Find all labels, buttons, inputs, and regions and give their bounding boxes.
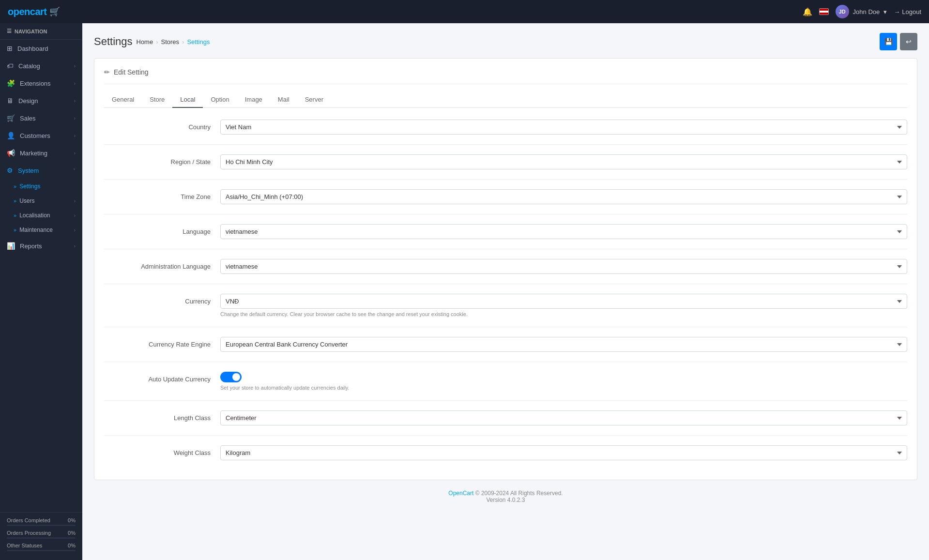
chevron-right-icon: › — [74, 98, 76, 104]
sidebar-item-label: Reports — [20, 242, 42, 250]
tab-image[interactable]: Image — [237, 92, 270, 108]
tab-option[interactable]: Option — [203, 92, 237, 108]
sidebar-item-reports[interactable]: 📊 Reports › — [0, 237, 82, 255]
form-row-timezone: Time Zone Asia/Ho_Chi_Minh (+07:00) — [104, 189, 907, 214]
weight-class-label: Weight Class — [104, 445, 220, 456]
breadcrumb-sep: › — [182, 38, 184, 45]
length-class-control: Centimeter — [220, 410, 907, 425]
country-control: Viet Nam — [220, 120, 907, 135]
notifications-icon[interactable]: 🔔 — [803, 7, 812, 16]
sidebar-item-dashboard[interactable]: ⊞ Dashboard — [0, 40, 82, 57]
sidebar-item-label: Sales — [20, 115, 36, 122]
sidebar-item-label: Extensions — [20, 80, 51, 87]
back-button[interactable]: ↩ — [900, 33, 917, 50]
tab-local[interactable]: Local — [172, 92, 203, 108]
currency-rate-engine-select[interactable]: European Central Bank Currency Converter — [220, 337, 907, 352]
chevron-right-icon: › — [74, 81, 76, 86]
sidebar-item-design[interactable]: 🖥 Design › — [0, 92, 82, 109]
logo-text: opencart — [8, 6, 46, 17]
stat-label: Orders Completed — [7, 517, 50, 523]
tab-mail[interactable]: Mail — [270, 92, 297, 108]
region-select[interactable]: Ho Chi Minh City — [220, 154, 907, 169]
chevron-right-icon: › — [74, 198, 76, 204]
extensions-icon: 🧩 — [7, 79, 15, 87]
sidebar-subitem-maintenance[interactable]: » Maintenance › — [0, 223, 82, 237]
sidebar-subitem-localisation[interactable]: » Localisation › — [0, 208, 82, 223]
stat-label: Orders Processing — [7, 530, 51, 536]
sidebar-item-customers[interactable]: 👤 Customers › — [0, 127, 82, 144]
breadcrumb-current: Settings — [187, 38, 210, 45]
sidebar-subitem-users[interactable]: » Users › — [0, 194, 82, 208]
sidebar-item-catalog[interactable]: 🏷 Catalog › — [0, 57, 82, 75]
toggle-thumb — [232, 373, 240, 381]
card-header: ✏ Edit Setting — [104, 68, 907, 84]
footer-brand-link[interactable]: OpenCart — [448, 490, 473, 497]
logout-label: Logout — [902, 8, 921, 15]
tab-store[interactable]: Store — [142, 92, 172, 108]
auto-update-currency-toggle[interactable] — [220, 372, 242, 382]
stat-bar-bg — [7, 525, 76, 526]
stat-value: 0% — [68, 517, 76, 523]
chevron-right-icon: › — [74, 243, 76, 249]
card-header-label: Edit Setting — [114, 68, 149, 76]
auto-update-currency-label: Auto Update Currency — [104, 372, 220, 383]
toggle-wrap — [220, 372, 907, 382]
region-label: Region / State — [104, 154, 220, 166]
chevron-right-icon: › — [74, 213, 76, 218]
language-select[interactable]: vietnamese — [220, 224, 907, 239]
form-row-auto-update-currency: Auto Update Currency Set your store to a… — [104, 372, 907, 401]
sidebar-item-sales[interactable]: 🛒 Sales › — [0, 109, 82, 127]
sidebar-item-extensions[interactable]: 🧩 Extensions › — [0, 75, 82, 92]
currency-rate-engine-label: Currency Rate Engine — [104, 337, 220, 348]
tab-server[interactable]: Server — [297, 92, 331, 108]
stat-value: 0% — [68, 543, 76, 548]
stat-label: Other Statuses — [7, 543, 42, 548]
region-control: Ho Chi Minh City — [220, 154, 907, 169]
page-footer: OpenCart © 2009-2024 All Rights Reserved… — [94, 480, 917, 513]
save-button[interactable]: 💾 — [880, 33, 897, 50]
chevron-right-icon: › — [74, 116, 76, 121]
logo[interactable]: opencart 🛒 — [8, 6, 60, 17]
sidebar-item-label: Design — [18, 97, 38, 105]
logo-cart-icon: 🛒 — [49, 6, 60, 17]
tab-general[interactable]: General — [104, 92, 142, 108]
country-select[interactable]: Viet Nam — [220, 120, 907, 135]
settings-form: Country Viet Nam Region / State Ho Chi M… — [104, 120, 907, 470]
stat-bar-bg — [7, 550, 76, 551]
currency-label: Currency — [104, 294, 220, 305]
sidebar-item-system[interactable]: ⚙ System ˅ — [0, 162, 82, 179]
chevron-right-icon: › — [74, 151, 76, 156]
form-row-admin-language: Administration Language vietnamese — [104, 259, 907, 284]
weight-class-select[interactable]: Kilogram — [220, 445, 907, 460]
top-header: opencart 🛒 🔔 JD John Doe ▾ → Logout — [0, 0, 929, 23]
logout-button[interactable]: → Logout — [894, 8, 921, 15]
breadcrumb-home[interactable]: Home — [137, 38, 153, 45]
timezone-select[interactable]: Asia/Ho_Chi_Minh (+07:00) — [220, 189, 907, 204]
admin-language-select[interactable]: vietnamese — [220, 259, 907, 274]
admin-language-control: vietnamese — [220, 259, 907, 274]
timezone-control: Asia/Ho_Chi_Minh (+07:00) — [220, 189, 907, 204]
sidebar-item-label: System — [18, 167, 39, 174]
sidebar-item-marketing[interactable]: 📢 Marketing › — [0, 144, 82, 162]
sidebar-item-label: Marketing — [20, 150, 47, 157]
pencil-icon: ✏ — [104, 68, 110, 76]
sidebar-subitem-settings[interactable]: » Settings — [0, 179, 82, 194]
settings-tabs: General Store Local Option Image Mail Se… — [104, 92, 907, 108]
length-class-select[interactable]: Centimeter — [220, 410, 907, 425]
page-title-area: Settings Home › Stores › Settings — [94, 35, 210, 48]
auto-update-currency-control: Set your store to automatically update c… — [220, 372, 907, 391]
header-right: 🔔 JD John Doe ▾ → Logout — [803, 5, 921, 18]
page-header: Settings Home › Stores › Settings 💾 ↩ — [94, 33, 917, 50]
user-section[interactable]: JD John Doe ▾ — [836, 5, 887, 18]
main-content: Settings Home › Stores › Settings 💾 ↩ ✏ … — [82, 23, 929, 560]
sidebar-subitem-label: Settings — [19, 183, 40, 190]
double-chevron-icon: » — [14, 198, 16, 204]
country-label: Country — [104, 120, 220, 131]
breadcrumb-sep: › — [156, 38, 158, 45]
weight-class-control: Kilogram — [220, 445, 907, 460]
currency-hint: Change the default currency. Clear your … — [220, 311, 907, 317]
language-flag-icon[interactable] — [819, 8, 829, 15]
settings-card: ✏ Edit Setting General Store Local Optio… — [94, 58, 917, 480]
breadcrumb-stores[interactable]: Stores — [161, 38, 180, 45]
currency-select[interactable]: VNĐ — [220, 294, 907, 309]
